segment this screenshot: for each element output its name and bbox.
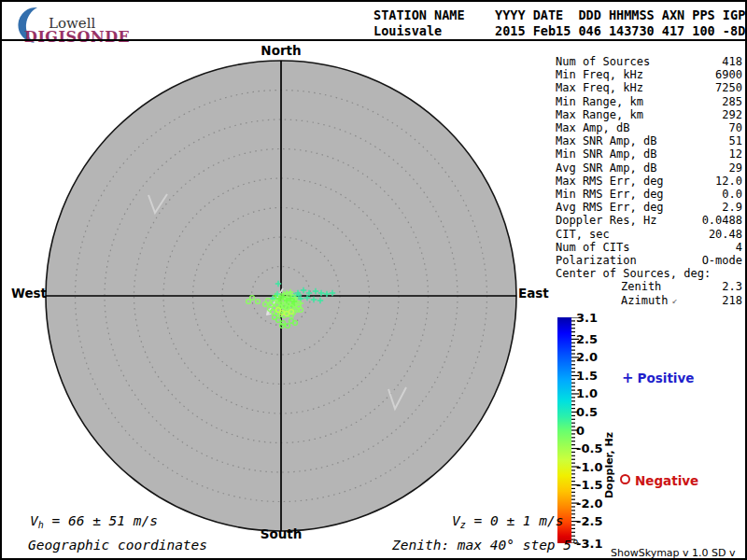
stat-label: Azimuth↙ — [621, 294, 678, 307]
doppler-colorbar — [557, 317, 571, 543]
stat-label: Min Range, km — [556, 95, 643, 108]
measurement-stats-panel: Num of Sources418Min Freq, kHz6900Max Fr… — [556, 55, 742, 307]
colorbar-tick-label: 1.5 — [576, 370, 598, 382]
stat-label: Min Freq, kHz — [556, 68, 643, 81]
stat-value: O-mode — [702, 254, 742, 267]
stat-label: Doppler Res, Hz — [556, 214, 656, 227]
vz-symbol: V — [452, 513, 460, 528]
stat-value: 4 — [736, 241, 742, 254]
stat-row: PolarizationO-mode — [556, 254, 742, 267]
colorbar-tick-label: -2.5 — [576, 515, 602, 527]
legend-negative-label: Negative — [635, 473, 698, 488]
header-divider — [2, 39, 747, 41]
colorbar-tick-label: 2.5 — [576, 333, 598, 345]
circle-marker-icon — [620, 474, 630, 484]
stat-label: Max Amp, dB — [556, 121, 629, 134]
stat-label: Max Range, km — [556, 108, 643, 121]
vh-value: = 66 ± 51 m/s — [44, 513, 158, 528]
stat-label: Polarization — [556, 254, 637, 267]
stat-row: Doppler Res, Hz0.0488 — [556, 214, 742, 227]
header-values: Louisvale 2015 Feb15 046 143730 417 100 … — [374, 23, 745, 38]
stat-label: Max SNR Amp, dB — [556, 134, 656, 147]
showskymap-window: Lowell DIGISONDE STATION NAME YYYY DATE … — [0, 0, 747, 560]
colorbar-tick-label: -3.1 — [576, 538, 602, 550]
header-columns: STATION NAME YYYY DATE DDD HHMMSS AXN PP… — [374, 7, 745, 22]
colorbar-tick-label: -2.0 — [576, 497, 602, 510]
stat-row: Max Freq, kHz7250 — [556, 81, 742, 94]
horizontal-velocity-readout: Vh = 66 ± 51 m/s — [30, 513, 158, 530]
colorbar-tick-label: 0 — [576, 425, 585, 437]
lowell-digisonde-logo: Lowell DIGISONDE — [9, 4, 140, 43]
stat-row: Zenith2.3 — [556, 280, 742, 293]
compass-north-label: North — [255, 43, 307, 58]
stat-value: 12 — [729, 147, 742, 161]
stat-row: Max Range, km292 — [556, 108, 742, 121]
colorbar-tick-label: -1.0 — [576, 461, 602, 473]
logo-product-text: DIGISONDE — [24, 28, 130, 46]
app-version: ShowSkymap v 1.0 SD v 5.1 — [611, 547, 745, 560]
colorbar-tick-label: 3.1 — [576, 312, 598, 324]
stat-label: Center of Sources, deg: — [556, 267, 711, 280]
stat-row: Min RMS Err, deg0.0 — [556, 188, 742, 201]
stat-row: Center of Sources, deg: — [556, 267, 742, 280]
stat-row: Max RMS Err, deg12.0 — [556, 175, 742, 188]
stat-label: Min RMS Err, deg — [556, 188, 664, 201]
stat-row: Num of CITs4 — [556, 241, 742, 254]
stat-label: Num of CITs — [556, 241, 629, 254]
legend-negative: Negative — [620, 473, 698, 488]
stat-value: 70 — [729, 121, 742, 134]
stat-value: 2.9 — [722, 201, 742, 214]
stat-row: Max SNR Amp, dB51 — [556, 134, 742, 147]
stat-value: 7250 — [715, 81, 742, 94]
vertical-velocity-readout: Vz = 0 ± 1 m/s — [452, 513, 564, 530]
stat-row: Min SNR Amp, dB12 — [556, 147, 742, 161]
stat-label: Zenith — [621, 280, 661, 293]
coordinate-system-label: Geographic coordinates — [28, 538, 207, 553]
stat-label: Min SNR Amp, dB — [556, 147, 656, 161]
stat-value: 292 — [722, 108, 742, 121]
colorbar-tick-label: -1.5 — [576, 479, 602, 491]
azimuth-direction-icon: ↙ — [672, 294, 678, 307]
vh-symbol: V — [30, 513, 38, 528]
stat-value: 0.0488 — [702, 214, 742, 227]
stat-value: 2.3 — [722, 280, 742, 293]
stat-label: Avg RMS Err, deg — [556, 201, 664, 214]
colorbar-tick-label: 2.0 — [576, 351, 598, 363]
legend-positive: +Positive — [622, 370, 694, 386]
stat-value: 418 — [722, 55, 742, 68]
stat-value: 0.0 — [722, 188, 742, 201]
stat-label: Num of Sources — [556, 55, 650, 68]
stat-value: 218 — [722, 294, 742, 307]
plus-marker-icon: + — [622, 370, 634, 386]
stat-value: 20.48 — [709, 228, 742, 241]
legend-positive-label: Positive — [638, 371, 695, 385]
compass-west-label: West — [11, 286, 45, 301]
stat-value: 29 — [729, 161, 742, 175]
stat-value: 12.0 — [715, 175, 742, 188]
stat-row: Max Amp, dB70 — [556, 121, 742, 134]
compass-south-label: South — [255, 526, 307, 541]
stat-row: Azimuth↙218 — [556, 294, 742, 307]
zenith-scale-note: Zenith: max 40° step 5° — [392, 538, 580, 553]
station-header: STATION NAME YYYY DATE DDD HHMMSS AXN PP… — [374, 7, 745, 38]
stat-row: Min Range, km285 — [556, 95, 742, 108]
stat-value: 6900 — [715, 68, 742, 81]
vz-value: = 0 ± 1 m/s — [466, 513, 564, 528]
stat-value: 285 — [722, 95, 742, 108]
colorbar-tick-label: 0.5 — [576, 406, 598, 418]
colorbar-tick-label: 1.0 — [576, 387, 598, 399]
stat-label: Avg SNR Amp, dB — [556, 161, 656, 175]
stat-value: 51 — [729, 134, 742, 147]
stat-label: CIT, sec — [556, 228, 610, 241]
stat-row: Avg RMS Err, deg2.9 — [556, 201, 742, 214]
stat-label: Max Freq, kHz — [556, 81, 643, 94]
stat-row: Min Freq, kHz6900 — [556, 68, 742, 81]
stat-row: CIT, sec20.48 — [556, 228, 742, 241]
stat-row: Avg SNR Amp, dB29 — [556, 161, 742, 175]
compass-east-label: East — [518, 286, 556, 301]
colorbar-axis-title: Doppler, Hz — [603, 413, 615, 519]
colorbar-tick-label: -0.5 — [576, 442, 602, 455]
stat-label: Max RMS Err, deg — [556, 175, 664, 188]
stat-row: Num of Sources418 — [556, 55, 742, 68]
